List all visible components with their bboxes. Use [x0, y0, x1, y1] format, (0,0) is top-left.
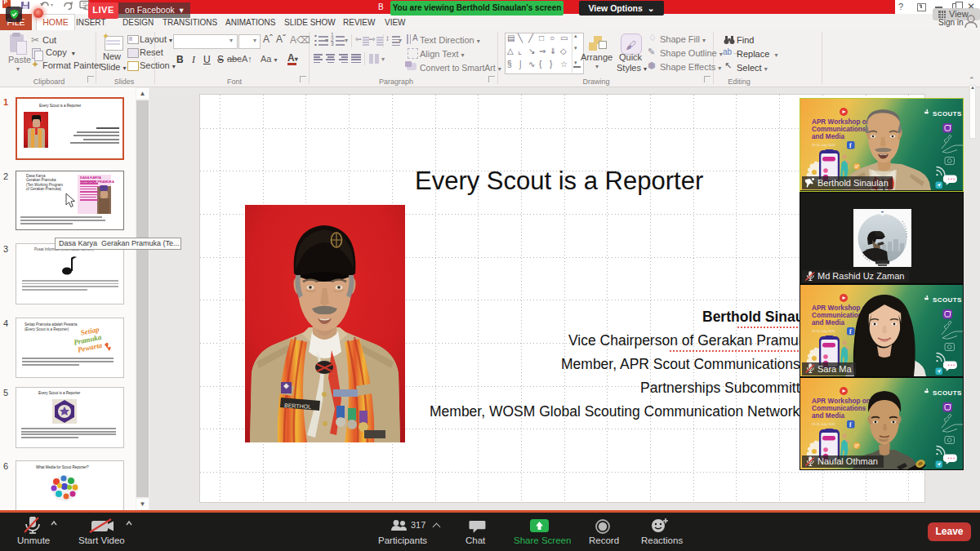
- svg-text:and Media: and Media: [812, 412, 844, 420]
- svg-text:and Media: and Media: [812, 133, 844, 140]
- svg-text:SCOUTS: SCOUTS: [933, 296, 962, 304]
- svg-text:Communications: Communications: [812, 405, 866, 412]
- svg-text:SCOUTS: SCOUTS: [933, 110, 962, 118]
- svg-text:29-31 July 2020: 29-31 July 2020: [812, 329, 835, 333]
- svg-text:29-31 July 2020: 29-31 July 2020: [812, 421, 835, 425]
- svg-text:Communications: Communications: [812, 126, 866, 133]
- svg-text:APR Workshop on: APR Workshop on: [812, 398, 871, 405]
- svg-text:and Media: and Media: [812, 319, 844, 327]
- svg-text:SCOUTS: SCOUTS: [933, 389, 962, 396]
- svg-text:29-31 July 2020: 29-31 July 2020: [812, 143, 835, 147]
- svg-text:APR Workshop on: APR Workshop on: [812, 118, 871, 126]
